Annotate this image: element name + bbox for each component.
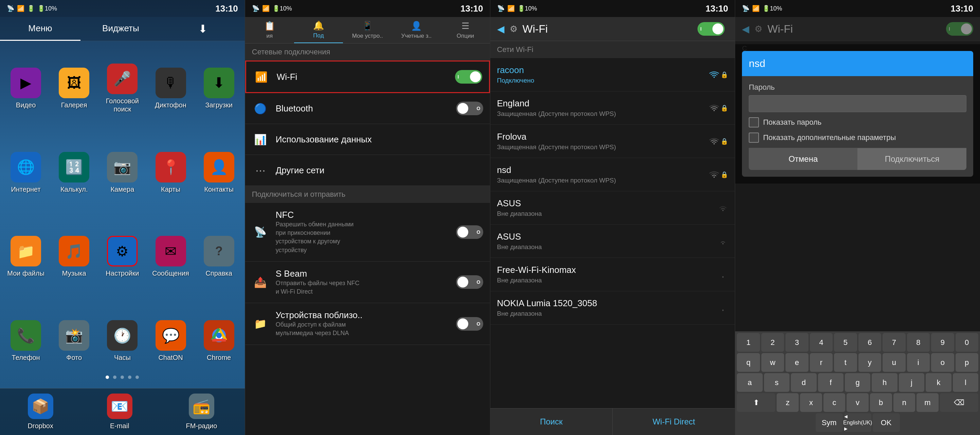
- kb-key-c[interactable]: c: [824, 393, 846, 412]
- settings-item-sbeam[interactable]: 📤 S Beam Отправить файлы через NFCи Wi-F…: [245, 262, 490, 303]
- kb-key-d[interactable]: d: [791, 373, 816, 392]
- network-racoon[interactable]: racoon Подключено 🔒: [490, 58, 735, 91]
- kb-key-i[interactable]: i: [907, 353, 930, 372]
- app-voice-search[interactable]: 🎤 Голосовой поиск: [100, 48, 145, 129]
- password-input[interactable]: [749, 95, 966, 112]
- kb-key-a[interactable]: a: [737, 373, 762, 392]
- app-clock[interactable]: 🕐 Часы: [100, 300, 145, 381]
- app-email[interactable]: 📧 E-mail: [107, 394, 132, 430]
- app-photo[interactable]: 📸 Фото: [52, 300, 96, 381]
- kb-key-g[interactable]: g: [845, 373, 870, 392]
- tab-widgets[interactable]: Виджеты: [81, 17, 161, 41]
- app-help[interactable]: ? Справка: [197, 217, 242, 297]
- kb-key-s[interactable]: s: [764, 373, 789, 392]
- settings-item-nearby[interactable]: 📁 Устройства поблизо.. Общий доступ к фа…: [245, 303, 490, 344]
- kb-key-2[interactable]: 2: [761, 333, 784, 352]
- kb-key-t[interactable]: t: [834, 353, 857, 372]
- network-kinomax[interactable]: Free-Wi-Fi-Kinomax Вне диапазона: [490, 258, 735, 291]
- kb-key-z[interactable]: z: [776, 393, 799, 412]
- kb-key-1[interactable]: 1: [737, 333, 760, 352]
- kb-key-k[interactable]: k: [926, 373, 951, 392]
- kb-key-y[interactable]: y: [858, 353, 881, 372]
- kb-key-v[interactable]: v: [846, 393, 869, 412]
- kb-key-u[interactable]: u: [883, 353, 905, 372]
- app-maps[interactable]: 📍 Карты: [148, 132, 193, 213]
- kb-key-8[interactable]: 8: [907, 333, 930, 352]
- nearby-toggle[interactable]: O: [456, 317, 483, 331]
- app-chrome[interactable]: Chrome: [197, 300, 242, 381]
- app-phone[interactable]: 📞 Телефон: [3, 300, 48, 381]
- kb-key-b[interactable]: b: [870, 393, 892, 412]
- app-music[interactable]: 🎵 Музыка: [52, 217, 96, 297]
- app-internet[interactable]: 🌐 Интернет: [3, 132, 48, 213]
- show-password-checkbox[interactable]: [749, 117, 759, 127]
- network-england[interactable]: England Защищенная (Доступен протокол WP…: [490, 91, 735, 125]
- kb-key-q[interactable]: q: [737, 353, 760, 372]
- app-contacts[interactable]: 👤 Контакты: [197, 132, 242, 213]
- app-dropbox[interactable]: 📦 Dropbox: [27, 394, 53, 430]
- wifi-toggle[interactable]: I: [455, 70, 482, 84]
- wifi-back-button[interactable]: ◀: [497, 24, 504, 35]
- settings-item-data[interactable]: 📊 Использование данных: [245, 124, 490, 155]
- app-gallery[interactable]: 🖼 Галерея: [52, 48, 96, 129]
- tab-download[interactable]: ⬇: [161, 17, 245, 41]
- settings-item-bluetooth[interactable]: 🔵 Bluetooth O: [245, 93, 490, 124]
- kb-key-e[interactable]: e: [786, 353, 808, 372]
- network-nsd[interactable]: nsd Защищенная (Доступен протокол WPS) 🔒: [490, 158, 735, 191]
- app-video[interactable]: ▶ Видео: [3, 48, 48, 129]
- kb-key-h[interactable]: h: [872, 373, 897, 392]
- sbeam-toggle[interactable]: O: [456, 275, 483, 289]
- kb-key-j[interactable]: j: [899, 373, 924, 392]
- dialog-cancel-button[interactable]: Отмена: [749, 148, 858, 170]
- app-settings[interactable]: ⚙ Настройки: [100, 217, 145, 297]
- tab-menu[interactable]: Меню: [0, 17, 81, 41]
- app-messages[interactable]: ✉ Сообщения: [148, 217, 193, 297]
- app-fmradio[interactable]: 📻 FM-радио: [186, 394, 217, 430]
- bluetooth-toggle[interactable]: O: [456, 102, 483, 115]
- kb-key-6[interactable]: 6: [858, 333, 881, 352]
- kb-key-7[interactable]: 7: [883, 333, 905, 352]
- wifi-header-toggle[interactable]: I: [697, 22, 725, 36]
- kb-key-9[interactable]: 9: [931, 333, 954, 352]
- app-chaton[interactable]: 💬 ChatON: [148, 300, 193, 381]
- kb-key-r[interactable]: r: [810, 353, 833, 372]
- kb-key-p[interactable]: p: [956, 353, 978, 372]
- kb-key-o[interactable]: o: [931, 353, 954, 372]
- settings-tab-3[interactable]: 👤 Учетные з..: [392, 17, 441, 43]
- kb-backspace-key[interactable]: ⌫: [940, 393, 978, 412]
- kb-key-0[interactable]: 0: [956, 333, 978, 352]
- app-myfiles[interactable]: 📁 Мои файлы: [3, 217, 48, 297]
- settings-tab-0[interactable]: 📋 ия: [245, 17, 294, 43]
- kb-sym-key[interactable]: Sym: [816, 413, 843, 432]
- app-downloads[interactable]: ⬇ Загрузки: [197, 48, 242, 129]
- kb-key-m[interactable]: m: [916, 393, 939, 412]
- settings-item-wifi[interactable]: 📶 Wi-Fi I: [245, 61, 490, 93]
- kb-key-4[interactable]: 4: [810, 333, 833, 352]
- app-dictophone[interactable]: 🎙 Диктофон: [148, 48, 193, 129]
- kb-language-key[interactable]: ◄ English(UK) ►: [844, 413, 871, 432]
- network-asus1[interactable]: ASUS Вне диапазона: [490, 191, 735, 225]
- kb-key-f[interactable]: f: [818, 373, 843, 392]
- kb-shift-key[interactable]: ⬆: [737, 393, 775, 412]
- wifi-search-button[interactable]: Поиск: [490, 408, 612, 435]
- wifi-direct-button[interactable]: Wi-Fi Direct: [612, 408, 735, 435]
- kb-key-l[interactable]: l: [953, 373, 978, 392]
- network-frolova[interactable]: Frolova Защищенная (Доступен протокол WP…: [490, 125, 735, 158]
- kb-key-5[interactable]: 5: [834, 333, 857, 352]
- kb-ok-key[interactable]: OK: [873, 413, 900, 432]
- kb-key-3[interactable]: 3: [786, 333, 808, 352]
- show-advanced-checkbox[interactable]: [749, 132, 759, 143]
- network-nokia[interactable]: NOKIA Lumia 1520_3058 Вне диапазона: [490, 291, 735, 325]
- settings-tab-2[interactable]: 📱 Мое устро..: [343, 17, 392, 43]
- app-calculator[interactable]: 🔢 Калькул.: [52, 132, 96, 213]
- app-camera[interactable]: 📷 Камера: [100, 132, 145, 213]
- kb-key-x[interactable]: x: [800, 393, 822, 412]
- settings-tab-4[interactable]: ☰ Опции: [441, 17, 490, 43]
- settings-item-nfc[interactable]: 📡 NFC Разрешить обмен даннымипри прикосн…: [245, 203, 490, 262]
- settings-tab-1[interactable]: 🔔 Под: [294, 17, 343, 43]
- settings-item-other-networks[interactable]: ⋯ Другие сети: [245, 155, 490, 186]
- network-asus2[interactable]: ASUS Вне диапазона: [490, 225, 735, 258]
- dialog-connect-button[interactable]: Подключиться: [858, 148, 966, 170]
- kb-key-n[interactable]: n: [893, 393, 915, 412]
- kb-key-w[interactable]: w: [761, 353, 784, 372]
